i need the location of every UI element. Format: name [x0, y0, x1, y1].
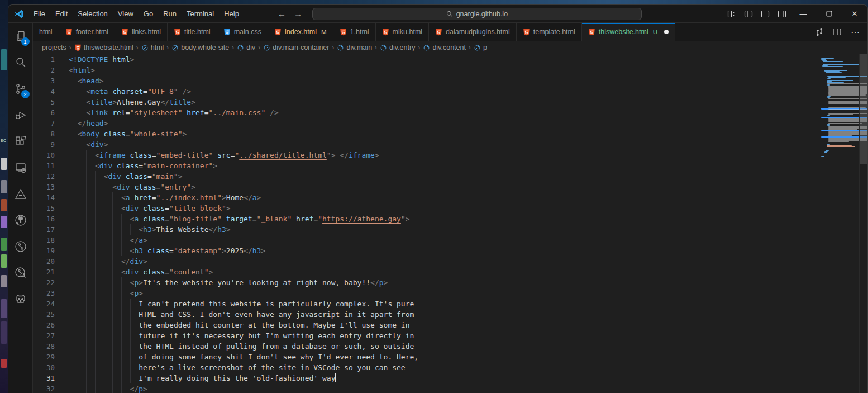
breadcrumb-item-div.main-container[interactable]: div.main-container [263, 44, 329, 51]
line-number[interactable]: 24 [33, 299, 69, 309]
code-content[interactable]: <div class="entry"> [69, 182, 867, 192]
line-number[interactable]: 13 [33, 182, 69, 192]
activity-remote-explorer-icon[interactable] [8, 154, 33, 181]
code-line-16[interactable]: 16<a class="blog-title" target="_blank" … [33, 214, 867, 224]
code-content[interactable]: future if it's necessary but I'm writing… [69, 330, 867, 341]
tab-thiswebsite.html[interactable]: thiswebsite.htmlU [582, 23, 675, 41]
menu-view[interactable]: View [113, 5, 139, 23]
code-line-12[interactable]: 12<div class="main"> [33, 171, 867, 182]
activity-run-debug-icon[interactable] [8, 102, 33, 128]
code-line-26[interactable]: 26the embedded hit counter at the bottom… [33, 320, 867, 330]
tab-1.html[interactable]: 1.html [333, 23, 376, 41]
code-line-25[interactable]: 25HTML and CSS. I don't even have any ja… [33, 309, 867, 320]
line-number[interactable]: 1 [33, 54, 69, 65]
tab-links.html[interactable]: links.html [115, 23, 168, 41]
code-line-4[interactable]: 4<meta charset="UTF-8" /> [33, 86, 867, 97]
breadcrumb-item-div.content[interactable]: div.content [423, 44, 466, 51]
code-content[interactable]: <div class="content"> [69, 267, 867, 277]
line-number[interactable]: 30 [33, 362, 69, 373]
split-editor-icon[interactable] [829, 25, 845, 39]
code-content[interactable]: of doing some fancy shit I don't see why… [69, 352, 867, 362]
toggle-secondary-sidebar-icon[interactable] [774, 7, 790, 21]
unsaved-dot-icon[interactable] [664, 30, 669, 34]
code-content[interactable]: the embedded hit counter at the bottom. … [69, 320, 867, 330]
line-number[interactable]: 31 [33, 373, 69, 383]
code-content[interactable]: <meta charset="UTF-8" /> [69, 86, 867, 97]
line-number[interactable]: 5 [33, 97, 69, 107]
code-content[interactable]: </head> [69, 118, 867, 129]
breadcrumb-item-div.entry[interactable]: div.entry [380, 44, 415, 51]
breadcrumb-item-thiswebsite.html[interactable]: thiswebsite.html [74, 44, 133, 51]
code-content[interactable]: <p>It's the website you're looking at ri… [69, 277, 867, 288]
code-line-19[interactable]: 19<h3 class="datestamp">2025</h3> [33, 245, 867, 256]
code-editor[interactable]: 1<!DOCTYPE html>2<html>3<head>4<meta cha… [33, 54, 867, 393]
line-number[interactable]: 7 [33, 118, 69, 129]
code-content[interactable]: <a class="blog-title" target="_blank" hr… [69, 214, 867, 224]
code-line-13[interactable]: 13<div class="entry"> [33, 182, 867, 192]
menu-file[interactable]: File [28, 5, 50, 23]
code-content[interactable]: <div> [69, 139, 867, 150]
line-number[interactable]: 16 [33, 214, 69, 224]
line-number[interactable]: 26 [33, 320, 69, 330]
code-line-27[interactable]: 27future if it's necessary but I'm writi… [33, 330, 867, 341]
code-line-10[interactable]: 10<iframe class="embed-title" src="../sh… [33, 150, 867, 160]
scrollbar-slider[interactable] [860, 54, 867, 164]
code-line-3[interactable]: 3<head> [33, 75, 867, 86]
line-number[interactable]: 12 [33, 171, 69, 182]
code-content[interactable]: <link rel="stylesheet" href="../main.css… [69, 107, 867, 118]
activity-source-control-icon[interactable]: 2 [8, 75, 33, 102]
code-content[interactable]: the HTML instead of pulling from a datab… [69, 341, 867, 352]
tab-dalamudplugins.html[interactable]: dalamudplugins.html [429, 23, 517, 41]
line-number[interactable]: 11 [33, 160, 69, 171]
line-number[interactable]: 32 [33, 383, 69, 393]
code-line-1[interactable]: 1<!DOCTYPE html> [33, 54, 867, 65]
tab-main.css[interactable]: main.css [217, 23, 268, 41]
tab-template.html[interactable]: template.html [517, 23, 582, 41]
code-content[interactable]: here's a live screenshot of the site in … [69, 362, 867, 373]
code-content[interactable]: I'm really doing this the 'old-fashioned… [69, 373, 867, 383]
code-line-7[interactable]: 7</head> [33, 118, 867, 129]
activity-search-icon[interactable] [8, 49, 33, 75]
line-number[interactable]: 15 [33, 203, 69, 214]
tab-miku.html[interactable]: miku.html [376, 23, 429, 41]
breadcrumb-item-div[interactable]: div [237, 44, 255, 51]
menu-help[interactable]: Help [219, 5, 244, 23]
tab-footer.html[interactable]: footer.html [59, 23, 115, 41]
code-content[interactable]: </p> [69, 383, 867, 393]
code-line-24[interactable]: 24I can't pretend this website is partic… [33, 299, 867, 309]
tab-html[interactable]: html [33, 23, 59, 41]
line-number[interactable]: 4 [33, 86, 69, 97]
code-content[interactable]: <html> [69, 65, 867, 75]
line-number[interactable]: 20 [33, 256, 69, 267]
code-content[interactable]: <!DOCTYPE html> [69, 54, 867, 65]
code-content[interactable]: </a> [69, 235, 867, 245]
open-changes-icon[interactable] [812, 25, 827, 39]
menu-go[interactable]: Go [139, 5, 158, 23]
code-content[interactable]: <iframe class="embed-title" src="../shar… [69, 150, 867, 160]
code-content[interactable]: <title>Athene.Gay</title> [69, 97, 867, 107]
code-line-23[interactable]: 23<p> [33, 288, 867, 299]
code-content[interactable]: <body class="whole-site"> [69, 129, 867, 139]
customize-layout-icon[interactable] [723, 7, 740, 21]
code-line-18[interactable]: 18</a> [33, 235, 867, 245]
breadcrumb-item-projects[interactable]: projects [42, 44, 66, 51]
line-number[interactable]: 14 [33, 192, 69, 203]
activity-triangle-a-extension-icon[interactable] [8, 181, 33, 207]
code-content[interactable]: <h3>This Website</h3> [69, 224, 867, 235]
maximize-button[interactable] [816, 5, 842, 22]
line-number[interactable]: 27 [33, 330, 69, 341]
code-content[interactable]: <div class="title-block"> [69, 203, 867, 214]
code-line-2[interactable]: 2<html> [33, 65, 867, 75]
command-center-search[interactable]: gnargle.github.io [312, 8, 642, 20]
activity-gitlens-inspect-icon[interactable] [8, 259, 33, 286]
line-number[interactable]: 17 [33, 224, 69, 235]
activity-explorer-icon[interactable]: 1 [8, 23, 33, 49]
more-actions-icon[interactable]: ⋯ [847, 25, 863, 39]
menu-terminal[interactable]: Terminal [182, 5, 219, 23]
minimize-button[interactable]: ― [790, 5, 816, 22]
line-number[interactable]: 21 [33, 267, 69, 277]
breadcrumb-item-html[interactable]: html [141, 44, 164, 51]
menu-selection[interactable]: Selection [73, 5, 112, 23]
code-content[interactable]: <div class="main"> [69, 171, 867, 182]
line-number[interactable]: 3 [33, 75, 69, 86]
